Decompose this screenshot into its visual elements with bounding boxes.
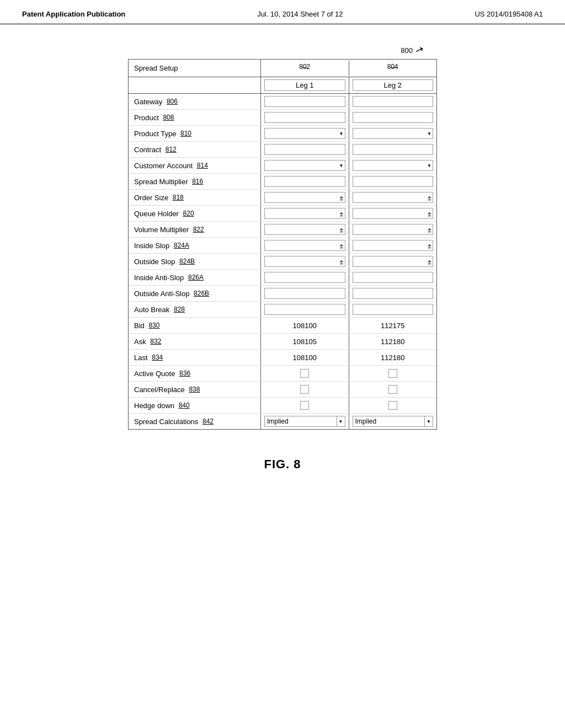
row-cell-leg2[interactable]	[349, 382, 437, 397]
text-input-leg2[interactable]	[353, 144, 434, 155]
row-cell-leg2[interactable]	[349, 366, 437, 381]
select-field-leg2[interactable]	[353, 128, 434, 139]
row-cell-leg1[interactable]	[261, 366, 349, 381]
stepper-leg1[interactable]: ±	[264, 208, 345, 219]
header-center: Jul. 10, 2014 Sheet 7 of 12	[257, 10, 343, 18]
value-text-leg2: 112180	[353, 354, 434, 362]
row-cells: 108105112180	[261, 334, 436, 349]
row-cell-leg1	[261, 286, 349, 301]
stepper-leg2[interactable]: ±	[353, 256, 434, 267]
row-cell-leg2: ±	[349, 238, 437, 253]
text-input-leg2[interactable]	[353, 272, 434, 283]
row-cells: ±±	[261, 206, 436, 221]
stepper-symbol: ±	[339, 226, 344, 233]
implied-select-leg2[interactable]: Implied▼	[353, 416, 434, 427]
row-cell-leg2	[349, 94, 437, 109]
stepper-leg2[interactable]: ±	[353, 192, 434, 203]
row-label-text: Cancel/Replace	[134, 386, 185, 394]
text-input-leg1[interactable]	[264, 304, 345, 315]
select-wrapper-leg1[interactable]	[264, 128, 345, 139]
implied-select-leg1[interactable]: Implied▼	[264, 416, 345, 427]
figure-800-label: 800	[401, 46, 413, 55]
table-row: Spread Calculations 842Implied▼Implied▼	[129, 414, 436, 429]
text-input-leg2[interactable]	[353, 96, 434, 107]
text-input-leg1[interactable]	[264, 144, 345, 155]
spread-setup-table: Spread Setup 802 ⌒ 804 ⌒ Leg 1 Leg 2	[128, 59, 437, 430]
row-label-820: Queue Holder 820	[129, 206, 261, 221]
select-wrapper-leg1[interactable]	[264, 160, 345, 171]
row-cells	[261, 94, 436, 109]
table-row: Last 834108100112180	[129, 350, 436, 366]
text-input-leg1[interactable]	[264, 96, 345, 107]
row-cell-leg1: 108105	[261, 334, 349, 349]
text-input-leg1[interactable]	[264, 272, 345, 283]
checkbox-leg1[interactable]	[300, 385, 309, 394]
table-row: Product 808	[129, 110, 436, 126]
table-row: Inside Anti-Slop 826A	[129, 270, 436, 286]
text-input-leg2[interactable]	[353, 112, 434, 123]
row-cells: ±±	[261, 222, 436, 237]
table-row: Queue Holder 820±±	[129, 206, 436, 222]
header-right: US 2014/0195408 A1	[475, 10, 543, 18]
row-label-828: Auto Break 828	[129, 302, 261, 317]
value-text-leg1: 108100	[264, 354, 345, 362]
text-input-leg2[interactable]	[353, 288, 434, 299]
text-input-leg1[interactable]	[264, 288, 345, 299]
stepper-symbol: ±	[339, 258, 344, 265]
row-cell-leg1[interactable]	[261, 382, 349, 397]
leg2-label: Leg 2	[353, 79, 434, 91]
row-label-822: Volume Multiplier 822	[129, 222, 261, 237]
value-text-leg2: 112180	[353, 338, 434, 346]
table-row: Contract 812	[129, 142, 436, 158]
row-cells	[261, 270, 436, 285]
text-input-leg2[interactable]	[353, 304, 434, 315]
col-802-header: 802 ⌒	[261, 61, 349, 76]
checkbox-leg2[interactable]	[388, 385, 397, 394]
checkbox-leg2[interactable]	[388, 369, 397, 378]
row-cells: Implied▼Implied▼	[261, 414, 436, 429]
stepper-leg2[interactable]: ±	[353, 208, 434, 219]
stepper-leg2[interactable]: ±	[353, 224, 434, 235]
select-field-leg1[interactable]	[264, 160, 345, 171]
stepper-leg1[interactable]: ±	[264, 240, 345, 251]
row-label-816: Spread Multiplier 816	[129, 174, 261, 189]
select-wrapper-leg2[interactable]	[353, 160, 434, 171]
text-input-leg2[interactable]	[353, 176, 434, 187]
table-title: Spread Setup	[129, 60, 261, 77]
checkbox-leg1[interactable]	[300, 401, 309, 410]
row-label-832: Ask 832	[129, 334, 261, 349]
row-cell-leg2[interactable]	[349, 398, 437, 413]
row-label-text: Outside Anti-Slop	[134, 290, 189, 298]
text-input-leg1[interactable]	[264, 112, 345, 123]
checkbox-leg2[interactable]	[388, 401, 397, 410]
row-label-text: Outside Slop	[134, 258, 175, 266]
stepper-leg1[interactable]: ±	[264, 192, 345, 203]
select-field-leg2[interactable]	[353, 160, 434, 171]
table-row: Cancel/Replace 838	[129, 382, 436, 398]
implied-text: Implied	[265, 417, 337, 425]
table-row: Bid 830108100112175	[129, 318, 436, 334]
stepper-leg1[interactable]: ±	[264, 256, 345, 267]
select-field-leg1[interactable]	[264, 128, 345, 139]
row-cell-leg1	[261, 158, 349, 173]
figure-800-container: 800 ↙	[114, 46, 423, 56]
table-row: Order Size 818±±	[129, 190, 436, 206]
row-label-834: Last 834	[129, 350, 261, 365]
row-cell-leg2: ±	[349, 254, 437, 269]
checkbox-leg1[interactable]	[300, 369, 309, 378]
row-cell-leg1: ±	[261, 190, 349, 205]
row-label-text: Active Quote	[134, 370, 175, 378]
row-ref-num: 828	[174, 306, 185, 313]
row-cell-leg2	[349, 110, 437, 125]
stepper-symbol: ±	[339, 242, 344, 249]
select-wrapper-leg2[interactable]	[353, 128, 434, 139]
row-cell-leg1	[261, 302, 349, 317]
row-label-text: Contract	[134, 146, 161, 154]
row-ref-num: 820	[183, 210, 194, 217]
main-content: 800 ↙ Spread Setup 802 ⌒ 804 ⌒ Leg	[0, 24, 565, 494]
stepper-leg1[interactable]: ±	[264, 224, 345, 235]
text-input-leg1[interactable]	[264, 176, 345, 187]
row-label-824a: Inside Slop 824A	[129, 238, 261, 253]
row-cell-leg1[interactable]	[261, 398, 349, 413]
stepper-leg2[interactable]: ±	[353, 240, 434, 251]
